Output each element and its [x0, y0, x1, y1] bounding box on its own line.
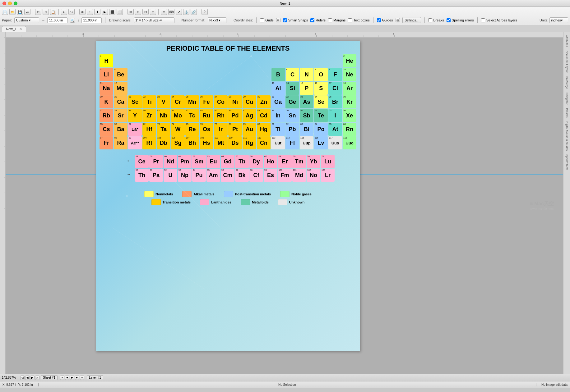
- rulers-checkbox[interactable]: [310, 18, 314, 22]
- element-Zr[interactable]: 40Zr: [142, 109, 156, 122]
- element-N[interactable]: 7 N: [300, 68, 313, 81]
- element-At[interactable]: 85At: [328, 123, 342, 136]
- zoom-out-button[interactable]: ◁: [20, 376, 25, 380]
- element-Sn[interactable]: 50Sn: [285, 109, 299, 122]
- element-Th[interactable]: 90Th: [135, 169, 149, 182]
- select-layers-checkbox[interactable]: [481, 18, 485, 22]
- element-Rf[interactable]: 104Rf: [142, 136, 156, 149]
- element-Hs[interactable]: 108Hs: [200, 136, 213, 149]
- tool2[interactable]: ↑: [87, 9, 93, 15]
- element-F[interactable]: 9 F: [328, 68, 342, 81]
- nav-end-button[interactable]: ▶|: [75, 376, 79, 380]
- element-Br[interactable]: 35Br: [328, 95, 342, 108]
- nav-back-button[interactable]: ◀: [65, 376, 69, 380]
- element-Pm[interactable]: 61Pm: [178, 155, 192, 168]
- element-Os[interactable]: 76Os: [200, 123, 213, 136]
- element-Xe[interactable]: 54Xe: [343, 109, 356, 122]
- element-Mt[interactable]: 109Mt: [214, 136, 228, 149]
- element-Mg[interactable]: 12 Mg: [114, 82, 127, 95]
- fullscreen-button[interactable]: [14, 2, 17, 5]
- element-Si[interactable]: 14 Si: [286, 82, 299, 95]
- nav-forward-button[interactable]: ▶: [70, 376, 74, 380]
- element-He[interactable]: 2 He: [343, 54, 356, 67]
- element-B[interactable]: 5 B: [271, 68, 285, 81]
- tool8[interactable]: ⊟: [135, 9, 141, 15]
- element-Ta[interactable]: 73Ta: [157, 123, 170, 136]
- element-Db[interactable]: 105Db: [157, 136, 170, 149]
- element-Dy[interactable]: 66Dy: [249, 155, 263, 168]
- element-S[interactable]: 16 S: [314, 82, 328, 95]
- tool14[interactable]: ⚓: [183, 9, 189, 15]
- element-Cl[interactable]: 17 Cl: [328, 82, 342, 95]
- panel-tab-document-layout[interactable]: Document Layout: [565, 49, 569, 74]
- element-V[interactable]: 23V: [157, 95, 170, 108]
- minimize-button[interactable]: [8, 2, 12, 5]
- element-Am[interactable]: 95Am: [206, 169, 220, 182]
- panel-tab-presets[interactable]: Presets: [565, 107, 569, 119]
- element-Rb[interactable]: 37Rb: [100, 109, 113, 122]
- element-Pd[interactable]: 46Pd: [228, 109, 242, 122]
- add-page-button[interactable]: +: [60, 376, 64, 380]
- tool12[interactable]: ⌨: [168, 9, 174, 15]
- element-Er[interactable]: 68Er: [278, 155, 292, 168]
- element-Md[interactable]: 101Md: [292, 169, 306, 182]
- tool4[interactable]: ▶: [102, 9, 108, 15]
- panel-tab-attributes[interactable]: Attributes: [565, 34, 569, 48]
- grid-icon[interactable]: ⊞: [276, 18, 280, 22]
- element-Au[interactable]: 79Au: [243, 123, 256, 136]
- element-Re[interactable]: 75Re: [185, 123, 199, 136]
- grids-checkbox[interactable]: [260, 18, 264, 22]
- nav-end2-button[interactable]: ↔: [80, 376, 84, 380]
- element-Tm[interactable]: 69Tm: [292, 155, 306, 168]
- element-Fm[interactable]: 100Fm: [278, 169, 292, 182]
- tool5[interactable]: ⬛: [109, 9, 115, 15]
- element-Lr[interactable]: 103Lr: [321, 169, 335, 182]
- width-input[interactable]: [47, 17, 67, 23]
- element-Pb[interactable]: 82Pb: [285, 123, 299, 136]
- element-Uup[interactable]: 115Uup: [300, 136, 313, 149]
- element-Bi[interactable]: 83Bi: [300, 123, 313, 136]
- tool1[interactable]: ⊕: [79, 9, 86, 15]
- element-W[interactable]: 74W: [171, 123, 185, 136]
- element-Bk[interactable]: 97Bk: [235, 169, 249, 182]
- element-Lv[interactable]: 116Lv: [314, 136, 328, 149]
- text-boxes-checkbox[interactable]: [348, 18, 352, 22]
- undo-button[interactable]: ↩: [61, 9, 67, 15]
- element-Uuo[interactable]: 118Uuo: [343, 136, 356, 149]
- element-Rn[interactable]: 86Rn: [343, 123, 356, 136]
- element-Uus[interactable]: 117Uus: [328, 136, 342, 149]
- element-Cm[interactable]: 96Cm: [221, 169, 234, 182]
- element-Ge[interactable]: 32Ge: [285, 95, 299, 108]
- element-Mo[interactable]: 42Mo: [171, 109, 185, 122]
- element-Np[interactable]: 93Np: [178, 169, 192, 182]
- element-Ho[interactable]: 67Ho: [264, 155, 277, 168]
- element-Pt[interactable]: 78Pt: [228, 123, 242, 136]
- drawing-scale-select[interactable]: 1" = 1" (Full Size) ▾: [134, 17, 174, 23]
- element-Y[interactable]: 39Y: [128, 109, 142, 122]
- smart-snaps-checkbox[interactable]: [283, 18, 287, 22]
- panel-tab-sprinteffects[interactable]: SprintEffects: [565, 153, 569, 171]
- element-Pa[interactable]: 91Pa: [149, 169, 163, 182]
- close-button[interactable]: [2, 2, 6, 5]
- tool11[interactable]: ✏: [161, 9, 167, 15]
- element-Ga[interactable]: 31Ga: [271, 95, 285, 108]
- element-K[interactable]: 19K: [100, 95, 113, 108]
- element-Sm[interactable]: 62Sm: [192, 155, 206, 168]
- redo-button[interactable]: ↪: [68, 9, 75, 15]
- element-U[interactable]: 92U: [164, 169, 177, 182]
- element-Es[interactable]: 99Es: [264, 169, 277, 182]
- number-format-select[interactable]: N.xx3 ▾: [208, 17, 226, 23]
- spelling-checkbox[interactable]: [447, 18, 451, 22]
- element-Ir[interactable]: 77Ir: [214, 123, 228, 136]
- open-button[interactable]: 📂: [9, 9, 16, 15]
- element-Pr[interactable]: 59Pr: [149, 155, 163, 168]
- height-input[interactable]: [81, 17, 102, 23]
- tool7[interactable]: ⊞: [127, 9, 134, 15]
- element-O[interactable]: 8 O: [314, 68, 328, 81]
- paper-select[interactable]: Custom ▾: [14, 17, 39, 23]
- element-Ac[interactable]: 89Ac**: [128, 136, 142, 149]
- element-Cf[interactable]: 98Cf: [249, 169, 263, 182]
- element-Be[interactable]: 4 Be: [114, 68, 127, 81]
- canvas-scroll[interactable]: PERIODIC TABLE OF THE ELEMENTS 1 H: [6, 38, 563, 374]
- element-Ni[interactable]: 28Ni: [228, 95, 242, 108]
